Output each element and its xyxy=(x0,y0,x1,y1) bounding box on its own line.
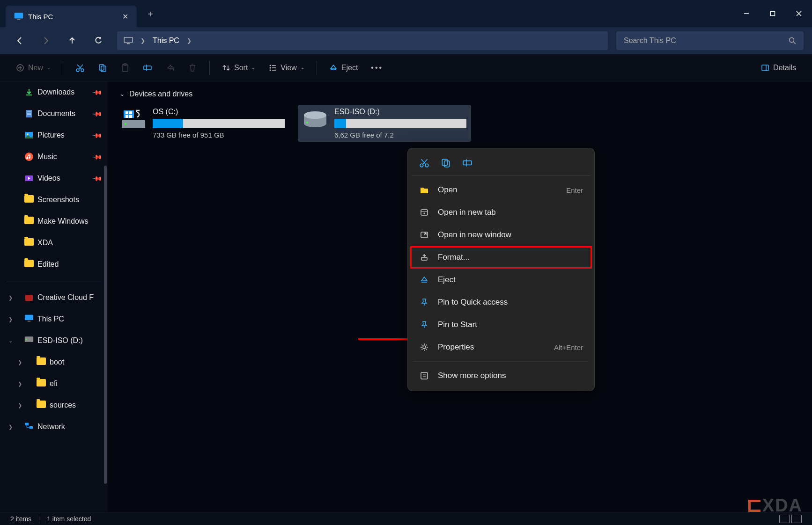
rename-button[interactable] xyxy=(137,58,158,77)
delete-button[interactable] xyxy=(182,58,203,77)
sidebar-tree-efi[interactable]: ❯efi xyxy=(0,373,108,394)
pin-icon: 📌 xyxy=(92,87,103,97)
details-button[interactable]: Details xyxy=(755,58,802,77)
chevron-icon[interactable]: ❯ xyxy=(18,402,22,408)
sidebar-tree-creative-cloud-f[interactable]: ❯Creative Cloud F xyxy=(0,287,108,308)
svg-rect-72 xyxy=(421,257,427,260)
net-icon xyxy=(24,422,34,431)
context-open[interactable]: OpenEnter xyxy=(412,179,591,201)
sidebar-tree-this-pc[interactable]: ❯This PC xyxy=(0,308,108,330)
view-list-button[interactable] xyxy=(779,515,790,523)
sidebar-item-pictures[interactable]: Pictures📌 xyxy=(0,124,108,146)
context-shortcut: Enter xyxy=(566,186,583,194)
drive-icon xyxy=(121,109,146,130)
search-input[interactable]: Search This PC xyxy=(616,31,804,50)
more-button[interactable]: ••• xyxy=(365,58,389,77)
copy-button[interactable] xyxy=(92,58,113,77)
context-menu: OpenEnterOpen in new tabOpen in new wind… xyxy=(407,148,595,391)
close-icon[interactable]: ✕ xyxy=(122,12,128,21)
up-button[interactable] xyxy=(61,31,83,50)
minimize-button[interactable] xyxy=(733,4,760,23)
section-header[interactable]: ⌄ Devices and drives xyxy=(116,87,804,105)
share-icon xyxy=(165,63,175,73)
close-button[interactable] xyxy=(786,4,812,23)
breadcrumb-location[interactable]: This PC xyxy=(153,36,179,45)
status-bar: 2 items 1 item selected xyxy=(0,512,812,525)
context-eject[interactable]: Eject xyxy=(412,269,591,291)
copy-button[interactable] xyxy=(440,157,452,169)
chevron-down-icon: ⌄ xyxy=(301,65,304,70)
details-pane-icon xyxy=(761,64,769,72)
context-format-[interactable]: Format... xyxy=(410,246,592,269)
folder-icon xyxy=(24,260,34,269)
scrollbar[interactable] xyxy=(104,166,107,484)
toolbar: New ⌄ Sort ⌄ View ⌄ Eject ••• Details xyxy=(0,54,812,81)
sidebar-tree-network[interactable]: ❯Network xyxy=(0,416,108,438)
sidebar-item-xda[interactable]: XDA xyxy=(0,232,108,254)
sort-button[interactable]: Sort ⌄ xyxy=(216,58,261,77)
pin-icon xyxy=(419,320,429,330)
tab-this-pc[interactable]: This PC ✕ xyxy=(6,6,137,27)
sidebar-item-label: Creative Cloud F xyxy=(37,293,94,302)
back-button[interactable] xyxy=(8,31,31,50)
chevron-icon[interactable]: ❯ xyxy=(18,359,22,365)
sidebar-item-videos[interactable]: Videos📌 xyxy=(0,168,108,189)
svg-rect-7 xyxy=(127,44,130,44)
rename-button[interactable] xyxy=(461,157,473,169)
sidebar-item-edited[interactable]: Edited xyxy=(0,254,108,275)
context-open-in-new-window[interactable]: Open in new window xyxy=(412,224,591,246)
sidebar-item-label: efi xyxy=(50,379,58,388)
drive-icon xyxy=(24,336,34,345)
svg-point-57 xyxy=(304,111,326,119)
music-icon xyxy=(24,152,34,161)
sidebar-tree-sources[interactable]: ❯sources xyxy=(0,394,108,416)
clipboard-icon xyxy=(120,63,130,73)
chevron-icon[interactable]: ❯ xyxy=(18,381,22,387)
navbar: ❯ This PC ❯ Search This PC xyxy=(0,27,812,54)
paste-button[interactable] xyxy=(115,58,135,77)
eject-button[interactable]: Eject xyxy=(324,58,364,77)
svg-rect-63 xyxy=(442,159,447,165)
context-item-label: Eject xyxy=(438,275,456,284)
tab-title: This PC xyxy=(28,13,99,21)
download-icon xyxy=(24,88,34,97)
chevron-icon[interactable]: ❯ xyxy=(8,316,13,322)
cut-button[interactable] xyxy=(418,157,430,169)
sidebar-item-music[interactable]: Music📌 xyxy=(0,146,108,168)
eject-icon xyxy=(419,275,429,285)
drive-esd-iso-d-[interactable]: ESD-ISO (D:)6,62 GB free of 7,2 xyxy=(298,105,471,142)
context-pin-to-start[interactable]: Pin to Start xyxy=(412,314,591,336)
sidebar-tree-esd-iso-d-[interactable]: ⌄ESD-ISO (D:) xyxy=(0,330,108,351)
chevron-icon[interactable]: ❯ xyxy=(8,424,13,430)
view-button[interactable]: View ⌄ xyxy=(263,58,310,77)
maximize-button[interactable] xyxy=(760,4,786,23)
context-properties[interactable]: PropertiesAlt+Enter xyxy=(412,336,591,358)
chevron-icon[interactable]: ⌄ xyxy=(8,338,13,344)
sidebar-tree-boot[interactable]: ❯boot xyxy=(0,351,108,373)
address-bar[interactable]: ❯ This PC ❯ xyxy=(117,31,608,50)
watermark: XDA xyxy=(748,496,803,516)
context-pin-to-quick-access[interactable]: Pin to Quick access xyxy=(412,291,591,314)
share-button[interactable] xyxy=(160,58,180,77)
new-button[interactable]: New ⌄ xyxy=(10,58,56,77)
separator xyxy=(413,361,589,362)
context-item-label: Properties xyxy=(438,343,474,352)
monitor-icon xyxy=(124,37,133,44)
sidebar-item-downloads[interactable]: Downloads📌 xyxy=(0,81,108,103)
context-show-more[interactable]: Show more options xyxy=(412,365,591,387)
sidebar-item-make-windows[interactable]: Make Windows xyxy=(0,211,108,232)
drive-os-c-[interactable]: OS (C:)733 GB free of 951 GB xyxy=(116,105,289,142)
sidebar-item-screenshots[interactable]: Screenshots xyxy=(0,189,108,211)
context-open-in-new-tab[interactable]: Open in new tab xyxy=(412,201,591,224)
forward-button[interactable] xyxy=(35,31,57,50)
chevron-icon[interactable]: ❯ xyxy=(8,295,13,301)
svg-point-73 xyxy=(423,346,426,349)
sidebar-item-documents[interactable]: Documents📌 xyxy=(0,103,108,124)
view-grid-button[interactable] xyxy=(791,515,802,523)
pin-icon: 📌 xyxy=(92,130,103,140)
trash-icon xyxy=(188,63,197,73)
new-tab-button[interactable]: ＋ xyxy=(146,8,155,19)
cut-button[interactable] xyxy=(70,58,90,77)
refresh-button[interactable] xyxy=(87,31,110,50)
svg-rect-65 xyxy=(463,161,472,165)
